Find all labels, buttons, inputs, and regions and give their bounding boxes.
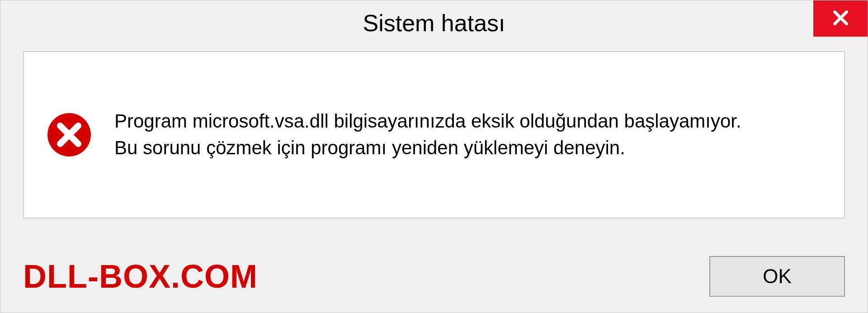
close-icon (830, 8, 851, 30)
message-line-1: Program microsoft.vsa.dll bilgisayarınız… (114, 108, 741, 135)
error-message: Program microsoft.vsa.dll bilgisayarınız… (114, 108, 741, 161)
close-button[interactable] (813, 0, 868, 37)
message-panel: Program microsoft.vsa.dll bilgisayarınız… (23, 51, 845, 218)
ok-button[interactable]: OK (709, 256, 845, 297)
titlebar: Sistem hatası (0, 0, 868, 46)
watermark-text: DLL-BOX.COM (23, 258, 258, 295)
message-line-2: Bu sorunu çözmek için programı yeniden y… (114, 135, 741, 161)
error-icon (47, 112, 92, 157)
window-title: Sistem hatası (363, 9, 505, 37)
ok-button-label: OK (763, 265, 792, 288)
footer: DLL-BOX.COM OK (0, 251, 868, 301)
